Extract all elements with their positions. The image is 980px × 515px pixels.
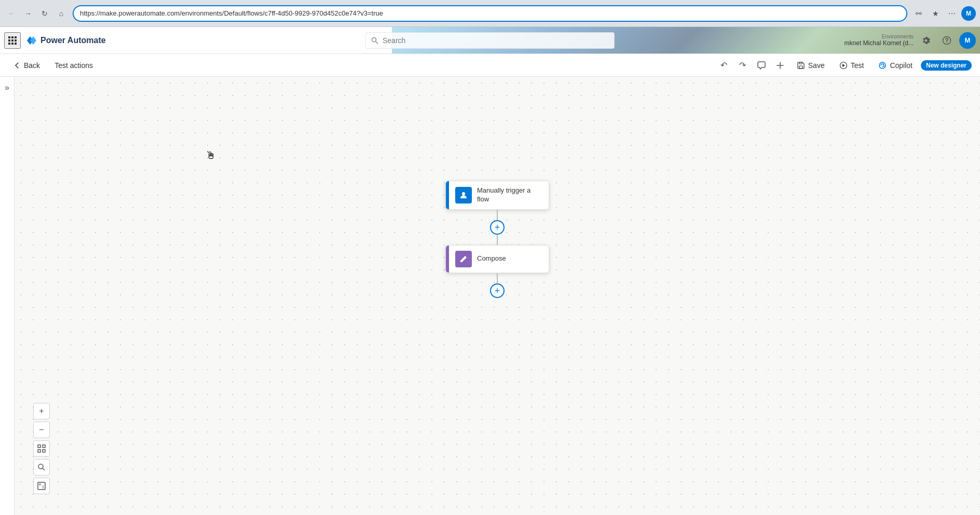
svg-rect-7 bbox=[11, 43, 13, 45]
add-step-button-1[interactable]: + bbox=[490, 220, 505, 235]
environment-name: mknet Michal Kornet (d... bbox=[845, 39, 914, 47]
svg-rect-8 bbox=[15, 43, 17, 45]
cursor-indicator: 🖱 bbox=[206, 150, 216, 161]
expand-icon: » bbox=[5, 83, 9, 92]
zoom-in-button[interactable]: + bbox=[33, 403, 50, 419]
compose-node[interactable]: Compose bbox=[445, 245, 549, 273]
back-icon bbox=[13, 62, 21, 69]
svg-rect-21 bbox=[43, 450, 45, 452]
svg-point-17 bbox=[462, 192, 465, 195]
undo-button[interactable]: ↶ bbox=[716, 57, 732, 74]
main-content: » 🖱 Manually trigger a flow bbox=[0, 77, 980, 515]
search-icon bbox=[371, 37, 378, 44]
new-designer-button[interactable]: New designer bbox=[921, 60, 972, 71]
test-actions-button[interactable]: Test actions bbox=[49, 58, 98, 73]
connector-2: + bbox=[490, 273, 505, 298]
extensions-button[interactable]: ⚯ bbox=[911, 6, 926, 21]
compose-node-label: Compose bbox=[477, 254, 506, 263]
sidebar-toggle[interactable]: » bbox=[0, 77, 15, 515]
svg-rect-25 bbox=[39, 483, 41, 485]
trigger-node[interactable]: Manually trigger a flow bbox=[445, 181, 549, 210]
svg-rect-19 bbox=[43, 445, 45, 448]
settings-icon bbox=[921, 36, 931, 45]
flow-canvas[interactable]: 🖱 Manually trigger a flow bbox=[15, 77, 980, 515]
environment-label: Environments bbox=[845, 34, 914, 39]
settings-button[interactable] bbox=[918, 32, 934, 49]
app-header: Power Automate Environments mknet Michal… bbox=[0, 27, 980, 54]
svg-rect-4 bbox=[11, 39, 13, 42]
comment-icon bbox=[757, 61, 766, 70]
svg-rect-1 bbox=[11, 36, 13, 38]
redo-button[interactable]: ↷ bbox=[734, 57, 751, 74]
undo-icon: ↶ bbox=[720, 60, 727, 70]
svg-rect-6 bbox=[8, 43, 10, 45]
environment-selector[interactable]: Environments mknet Michal Kornet (d... bbox=[845, 34, 914, 47]
toolbar: Back Test actions ↶ ↷ Save bbox=[0, 54, 980, 77]
browser-profile-avatar[interactable]: M bbox=[961, 6, 976, 21]
save-icon bbox=[797, 61, 805, 70]
svg-point-9 bbox=[372, 37, 376, 42]
url-text: https://make.powerautomate.com/environme… bbox=[80, 9, 383, 17]
connector-1: + bbox=[490, 210, 505, 245]
toolbar-right: ↶ ↷ Save Test bbox=[716, 57, 972, 74]
svg-rect-0 bbox=[8, 36, 10, 38]
waffle-button[interactable] bbox=[4, 32, 21, 49]
more-button[interactable]: ⋯ bbox=[945, 6, 959, 21]
test-button[interactable]: Test bbox=[833, 58, 870, 73]
back-button[interactable]: ← bbox=[4, 6, 19, 21]
address-bar[interactable]: https://make.powerautomate.com/environme… bbox=[73, 5, 907, 22]
add-step-button-2[interactable]: + bbox=[490, 283, 505, 298]
user-avatar[interactable]: M bbox=[959, 32, 976, 49]
trigger-node-label: Manually trigger a flow bbox=[477, 186, 542, 204]
favorites-button[interactable]: ★ bbox=[928, 6, 943, 21]
variable-button[interactable] bbox=[772, 57, 788, 74]
connector-line-2 bbox=[497, 273, 498, 283]
help-icon bbox=[942, 36, 951, 45]
browser-nav-buttons: ← → ↻ ⌂ bbox=[4, 6, 69, 21]
power-automate-logo-icon bbox=[25, 34, 37, 47]
search-input[interactable] bbox=[383, 36, 609, 45]
variable-icon bbox=[775, 61, 785, 70]
help-button[interactable] bbox=[938, 32, 955, 49]
svg-rect-3 bbox=[8, 39, 10, 42]
flow-container: Manually trigger a flow + Comp bbox=[445, 181, 549, 298]
comment-button[interactable] bbox=[753, 57, 770, 74]
svg-line-23 bbox=[43, 468, 45, 471]
svg-rect-18 bbox=[38, 445, 40, 448]
fit-icon bbox=[37, 444, 46, 453]
home-button[interactable]: ⌂ bbox=[54, 6, 69, 21]
app-logo: Power Automate bbox=[25, 34, 106, 47]
reload-button[interactable]: ↻ bbox=[37, 6, 52, 21]
browser-actions: ⚯ ★ ⋯ M bbox=[911, 6, 976, 21]
compose-node-icon bbox=[455, 251, 472, 267]
search-box[interactable] bbox=[365, 32, 615, 49]
forward-button[interactable]: → bbox=[21, 6, 35, 21]
svg-rect-20 bbox=[38, 450, 40, 452]
trigger-node-icon bbox=[455, 187, 472, 204]
fit-view-button[interactable] bbox=[33, 440, 50, 457]
svg-rect-13 bbox=[799, 66, 802, 69]
minimap-icon bbox=[37, 482, 46, 490]
app-name: Power Automate bbox=[40, 36, 106, 45]
zoom-in-icon: + bbox=[39, 406, 44, 416]
redo-icon: ↷ bbox=[739, 60, 746, 70]
compose-node-body: Compose bbox=[449, 246, 549, 273]
copilot-icon bbox=[878, 61, 887, 70]
browser-chrome: ← → ↻ ⌂ https://make.powerautomate.com/e… bbox=[0, 0, 980, 27]
svg-rect-14 bbox=[799, 62, 802, 64]
copilot-button[interactable]: Copilot bbox=[872, 58, 919, 73]
test-icon bbox=[839, 61, 848, 70]
svg-line-10 bbox=[376, 41, 378, 44]
trigger-node-body: Manually trigger a flow bbox=[449, 181, 549, 209]
save-button[interactable]: Save bbox=[791, 58, 831, 73]
zoom-out-button[interactable]: − bbox=[33, 422, 50, 438]
svg-rect-26 bbox=[42, 485, 44, 489]
connector-line-bottom bbox=[497, 235, 498, 245]
back-button[interactable]: Back bbox=[8, 58, 45, 73]
minimap-button[interactable] bbox=[33, 478, 50, 494]
svg-point-12 bbox=[947, 42, 947, 43]
zoom-out-icon: − bbox=[39, 425, 44, 435]
search-canvas-button[interactable] bbox=[33, 459, 50, 476]
svg-rect-2 bbox=[15, 36, 17, 38]
connector-line-top bbox=[497, 210, 498, 220]
